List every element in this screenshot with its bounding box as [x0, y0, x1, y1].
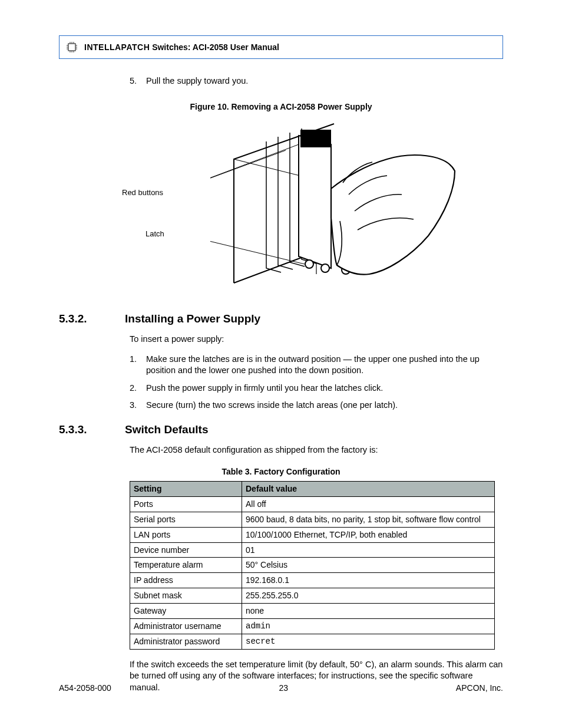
table-row: PortsAll off — [130, 496, 495, 512]
footer-company: APCON, Inc. — [456, 683, 503, 694]
sec532-intro: To insert a power supply: — [130, 334, 503, 345]
list-item: 1.Make sure the latches are is in the ou… — [130, 354, 503, 377]
page-footer: A54-2058-000 23 APCON, Inc. — [59, 683, 503, 694]
cell-value: none — [242, 604, 495, 619]
cell-value: 50° Celsius — [242, 558, 495, 573]
header-title: INTELLAPATCH Switches: ACI-2058 User Man… — [84, 42, 279, 53]
cell-setting: Subnet mask — [130, 588, 242, 604]
cell-setting: Administrator username — [130, 619, 242, 634]
footer-pagenum: 23 — [279, 683, 289, 694]
table-row: Administrator passwordsecret — [130, 634, 495, 649]
figure-diagram: Red buttons Latch — [98, 118, 464, 301]
step-5-text: Pull the supply toward you. — [146, 76, 248, 85]
svg-rect-0 — [68, 44, 75, 51]
table-row: Gatewaynone — [130, 604, 495, 619]
figure-caption: Figure 10. Removing a ACI-2058 Power Sup… — [59, 101, 503, 113]
power-supply-diagram — [210, 118, 458, 301]
list-item: 2.Push the power supply in firmly until … — [130, 383, 503, 394]
factory-config-table: Setting Default value PortsAll offSerial… — [130, 481, 495, 650]
cell-setting: Serial ports — [130, 512, 242, 527]
cell-setting: Temperature alarm — [130, 558, 242, 573]
table-header-row: Setting Default value — [130, 482, 495, 497]
document-header: INTELLAPATCH Switches: ACI-2058 User Man… — [59, 35, 503, 59]
section-5-3-3: 5.3.3. Switch Defaults — [59, 422, 503, 437]
sec532-steps: 1.Make sure the latches are is in the ou… — [130, 354, 503, 411]
list-item: 3.Secure (turn) the two screws inside th… — [130, 400, 503, 411]
table-row: IP address192.168.0.1 — [130, 573, 495, 588]
cell-value: admin — [242, 619, 495, 634]
table-row: Temperature alarm50° Celsius — [130, 558, 495, 573]
page-content: INTELLAPATCH Switches: ACI-2058 User Man… — [0, 0, 562, 728]
chip-icon — [65, 41, 78, 54]
section-5-3-2-num: 5.3.2. — [59, 311, 112, 327]
section-5-3-2-title: Installing a Power Supply — [125, 311, 260, 327]
section-5-3-3-title: Switch Defaults — [125, 422, 208, 437]
cell-value: All off — [242, 496, 495, 512]
cell-setting: LAN ports — [130, 527, 242, 542]
section-5-3-3-num: 5.3.3. — [59, 422, 112, 437]
section-5-3-2: 5.3.2. Installing a Power Supply — [59, 311, 503, 327]
svg-line-18 — [210, 150, 286, 192]
footer-docnum: A54-2058-000 — [59, 683, 111, 694]
table-caption: Table 3. Factory Configuration — [59, 466, 503, 477]
cell-setting: Gateway — [130, 604, 242, 619]
sec533-intro: The ACI-2058 default configuration as sh… — [130, 444, 503, 456]
svg-point-15 — [321, 264, 329, 272]
table-row: Device number01 — [130, 542, 495, 558]
header-brand: INTELLAPATCH — [84, 42, 150, 52]
cell-setting: Device number — [130, 542, 242, 558]
step-5-num: 5. — [130, 75, 144, 87]
cell-value: 9600 baud, 8 data bits, no parity, 1 sto… — [242, 512, 495, 527]
cell-setting: Ports — [130, 496, 242, 512]
svg-point-14 — [305, 260, 313, 268]
col-setting: Setting — [130, 482, 242, 497]
svg-rect-13 — [300, 130, 331, 147]
col-default: Default value — [242, 482, 495, 497]
cell-value: 192.168.0.1 — [242, 573, 495, 588]
table-row: Serial ports9600 baud, 8 data bits, no p… — [130, 512, 495, 527]
callout-red-buttons: Red buttons — [122, 187, 163, 198]
cell-setting: Administrator password — [130, 634, 242, 649]
cell-value: 01 — [242, 542, 495, 558]
svg-line-19 — [210, 233, 305, 264]
cell-setting: IP address — [130, 573, 242, 588]
cell-value: secret — [242, 634, 495, 649]
callout-latch: Latch — [146, 229, 164, 239]
cell-value: 255.255.255.0 — [242, 588, 495, 604]
step-5: 5. Pull the supply toward you. — [130, 75, 503, 87]
cell-value: 10/100/1000 Ethernet, TCP/IP, both enabl… — [242, 527, 495, 542]
table-row: LAN ports10/100/1000 Ethernet, TCP/IP, b… — [130, 527, 495, 542]
table-row: Subnet mask255.255.255.0 — [130, 588, 495, 604]
table-row: Administrator usernameadmin — [130, 619, 495, 634]
header-subtitle: Switches: ACI-2058 User Manual — [150, 42, 279, 52]
